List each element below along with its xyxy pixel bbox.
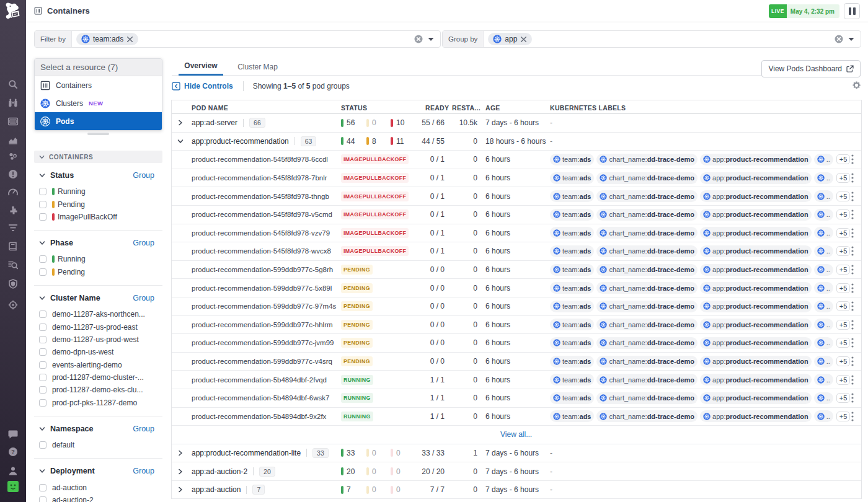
svg-text:?: ? (11, 448, 15, 455)
